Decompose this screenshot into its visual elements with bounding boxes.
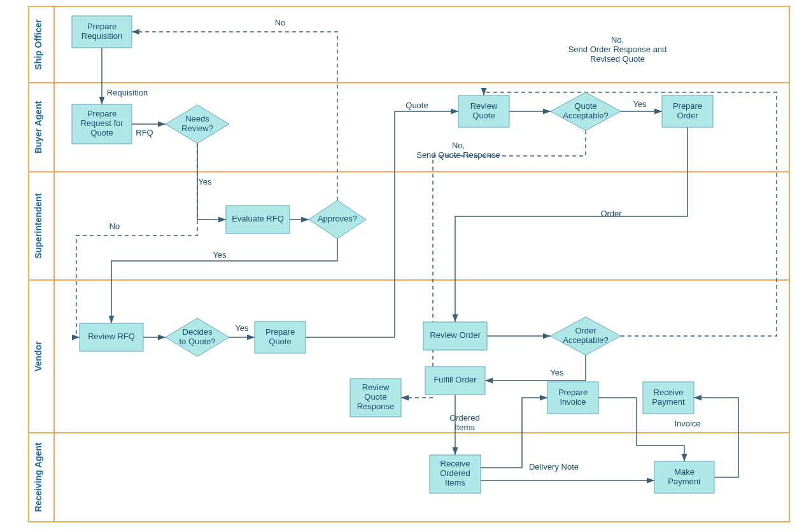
svg-text:Request for: Request for [80,118,123,128]
svg-text:Yes: Yes [198,177,212,186]
svg-text:Quote: Quote [269,337,291,346]
svg-text:No,: No, [452,141,465,150]
edge [401,130,586,398]
svg-text:Prepare: Prepare [87,109,116,118]
svg-text:Decides: Decides [183,327,213,337]
svg-text:Quote: Quote [364,392,386,402]
svg-text:No: No [109,221,120,231]
node-eval_rfq: Evaluate RFQ [226,206,290,234]
svg-text:Prepare: Prepare [673,101,702,111]
node-prep_rfq: PrepareRequest forQuote [72,104,132,144]
svg-text:Ordered: Ordered [440,468,470,478]
node-prep_req: PrepareRequisition [72,16,132,48]
diagram-border [29,6,789,522]
svg-text:Invoice: Invoice [674,419,700,428]
svg-text:Items: Items [455,423,475,432]
svg-text:Payment: Payment [652,397,685,407]
svg-text:No: No [275,18,286,27]
svg-text:Fulfill Order: Fulfill Order [434,375,477,384]
svg-text:Quote: Quote [90,128,113,137]
svg-text:Send Order Response and: Send Order Response and [568,45,667,54]
node-prep_inv: PrepareInvoice [547,382,598,414]
svg-text:Quote: Quote [472,111,495,120]
node-needs_review: NeedsReview? [166,105,229,143]
svg-text:No,: No, [611,35,624,45]
node-prep_quote: PrepareQuote [255,321,306,353]
svg-text:Requisition: Requisition [81,31,122,41]
node-approves: Approves? [309,200,366,239]
node-review_order: Review Order [423,322,487,350]
svg-text:Make: Make [674,467,695,477]
node-make_pay: MakePayment [654,461,714,493]
svg-text:Yes: Yes [213,250,227,260]
svg-text:Review RFQ: Review RFQ [88,332,135,341]
node-fulfill: Fulfill Order [425,367,485,395]
svg-text:Prepare: Prepare [265,327,295,337]
svg-text:RFQ: RFQ [136,128,153,137]
svg-text:Review: Review [470,101,498,111]
svg-text:Requisition: Requisition [107,88,148,97]
lane-label-super: Superintendent [33,193,43,258]
edge [485,355,586,381]
svg-text:Receive: Receive [441,459,470,468]
svg-text:Yes: Yes [550,368,564,377]
svg-text:Yes: Yes [633,99,647,109]
svg-text:Order: Order [575,326,596,335]
svg-text:Review: Review [362,382,390,392]
edge [132,32,337,200]
node-review_quote: ReviewQuote [458,95,509,127]
node-quote_acc: QuoteAcceptable? [551,92,621,130]
svg-text:Ordered: Ordered [449,413,480,423]
svg-text:Invoice: Invoice [560,397,586,407]
edge [484,92,777,336]
svg-text:Review?: Review? [181,123,213,133]
node-decides: Decidesto Quote? [166,318,229,356]
svg-text:Response: Response [357,402,395,411]
svg-text:Acceptable?: Acceptable? [563,335,609,345]
node-recv_items: ReceiveOrderedItems [430,455,481,493]
svg-text:Quote: Quote [406,101,428,110]
svg-text:Delivery Note: Delivery Note [529,462,579,472]
svg-text:Order: Order [600,209,622,218]
lane-label-ship: Ship Officer [33,19,43,70]
svg-text:Review Order: Review Order [430,330,481,340]
svg-text:Needs: Needs [185,114,209,123]
svg-text:Items: Items [445,478,465,487]
svg-text:Revised Quote: Revised Quote [590,54,645,64]
svg-text:Order: Order [677,111,698,120]
svg-text:Send Quote Response: Send Quote Response [416,150,500,160]
svg-text:Prepare: Prepare [87,22,116,31]
svg-text:Yes: Yes [235,323,249,333]
svg-text:Evaluate RFQ: Evaluate RFQ [232,214,284,223]
svg-text:Quote: Quote [574,101,596,111]
node-rqres: ReviewQuoteResponse [350,379,401,417]
node-order_acc: OrderAcceptable? [551,317,621,355]
svg-text:Acceptable?: Acceptable? [563,111,609,120]
node-recv_pay: ReceivePayment [643,382,694,414]
node-review_rfq: Review RFQ [80,323,143,351]
lane-label-recv: Receiving Agent [33,442,43,512]
lane-label-vendor: Vendor [33,341,43,372]
svg-text:Receive: Receive [654,388,684,397]
lane-label-buyer: Buyer Agent [33,101,43,153]
svg-text:Prepare: Prepare [558,388,588,397]
svg-text:Payment: Payment [668,477,701,486]
svg-text:to Quote?: to Quote? [179,337,215,346]
svg-text:Approves?: Approves? [318,214,357,223]
node-prep_order: PrepareOrder [662,95,713,127]
